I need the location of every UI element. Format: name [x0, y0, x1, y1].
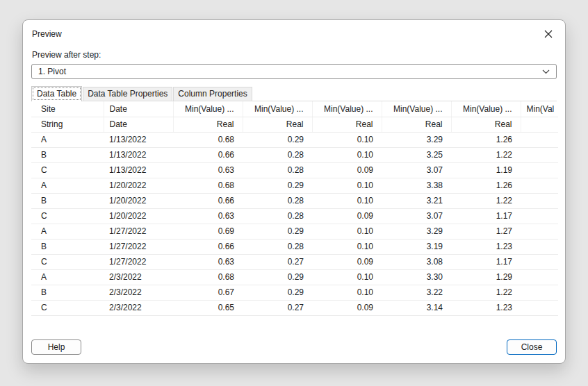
table-cell — [521, 224, 558, 239]
table-cell: 0.10 — [312, 285, 382, 300]
table-cell: 3.08 — [382, 254, 451, 269]
table-cell: 3.07 — [382, 162, 451, 178]
table-cell: 3.22 — [382, 285, 451, 300]
table-cell: 1.17 — [451, 254, 521, 269]
column-header: Min(Value) ... — [312, 101, 382, 117]
table-cell: 1.19 — [451, 162, 521, 178]
column-header: Site — [31, 101, 104, 117]
table-cell: 1/13/2022 — [104, 132, 173, 147]
table-cell: 0.28 — [243, 239, 312, 254]
table-cell: 0.29 — [243, 178, 312, 193]
preview-table: SiteDateMin(Value) ...Min(Value) ...Min(… — [31, 101, 558, 316]
table-cell: 0.65 — [173, 300, 243, 315]
table-cell: 0.28 — [243, 193, 312, 208]
table-row: B2/3/20220.670.290.103.221.22 — [31, 285, 558, 300]
table-cell — [521, 269, 558, 285]
table-cell: C — [31, 208, 104, 224]
close-button[interactable]: Close — [507, 339, 557, 355]
table-cell — [521, 162, 558, 178]
table-cell: 0.27 — [243, 300, 312, 315]
dialog-title: Preview — [32, 29, 62, 39]
table-cell: 1.23 — [451, 300, 521, 315]
dialog-content: Preview after step: 1. Pivot Data Table … — [23, 43, 565, 333]
column-type: Real — [451, 117, 521, 132]
table-cell: 1/27/2022 — [104, 254, 173, 269]
table-cell: 0.29 — [243, 132, 312, 147]
column-type: Real — [312, 117, 382, 132]
table-cell — [521, 147, 558, 162]
column-type: Real — [243, 117, 312, 132]
tab-strip: Data Table Data Table Properties Column … — [31, 86, 557, 101]
table-cell: 0.63 — [173, 162, 243, 178]
close-icon[interactable] — [538, 26, 559, 42]
column-header: Min(Value) ... — [451, 101, 521, 117]
column-header: Date — [104, 101, 173, 117]
table-cell: 0.27 — [243, 254, 312, 269]
help-button[interactable]: Help — [31, 339, 81, 355]
table-cell: B — [31, 285, 104, 300]
table-cell: A — [31, 132, 104, 147]
table-cell: 1/27/2022 — [104, 239, 173, 254]
table-cell: 0.66 — [173, 239, 243, 254]
table-cell: 0.66 — [173, 147, 243, 162]
table-cell: B — [31, 193, 104, 208]
dialog-titlebar: Preview — [23, 20, 565, 43]
table-cell: 1.22 — [451, 193, 521, 208]
table-cell: 3.19 — [382, 239, 451, 254]
step-dropdown[interactable]: 1. Pivot — [31, 64, 557, 79]
column-header: Min(Value) ... — [173, 101, 243, 117]
tab-data-table-properties[interactable]: Data Table Properties — [83, 87, 172, 101]
table-cell — [521, 300, 558, 315]
table-cell — [521, 239, 558, 254]
step-dropdown-value: 1. Pivot — [38, 67, 66, 76]
table-cell: 0.63 — [173, 254, 243, 269]
table-cell: 0.69 — [173, 224, 243, 239]
table-cell: 0.10 — [312, 132, 382, 147]
table-row: B1/27/20220.660.280.103.191.23 — [31, 239, 558, 254]
table-cell — [521, 285, 558, 300]
table-cell: 0.68 — [173, 269, 243, 285]
table-row: A2/3/20220.680.290.103.301.29 — [31, 269, 558, 285]
dialog-footer: Help Close — [23, 333, 565, 363]
table-cell: A — [31, 224, 104, 239]
table-cell: 0.10 — [312, 193, 382, 208]
tab-column-properties[interactable]: Column Properties — [173, 87, 252, 101]
table-cell — [521, 178, 558, 193]
table-cell: 0.10 — [312, 269, 382, 285]
table-cell: 0.28 — [243, 162, 312, 178]
table-row: C1/13/20220.630.280.093.071.19 — [31, 162, 558, 178]
table-cell: 3.30 — [382, 269, 451, 285]
table-row: StringDateRealRealRealRealReal — [31, 117, 558, 132]
table-cell: 0.10 — [312, 178, 382, 193]
table-row: C1/20/20220.630.280.093.071.17 — [31, 208, 558, 224]
table-cell: 1.22 — [451, 147, 521, 162]
table-cell: B — [31, 239, 104, 254]
table-cell — [521, 193, 558, 208]
column-header: Min(Value) ... — [243, 101, 312, 117]
preview-after-step-label: Preview after step: — [32, 50, 557, 60]
table-cell: 3.38 — [382, 178, 451, 193]
table-cell: B — [31, 147, 104, 162]
column-header: Min(Value) ... — [382, 101, 451, 117]
table-cell: C — [31, 254, 104, 269]
tab-data-table[interactable]: Data Table — [31, 86, 82, 101]
table-cell: 0.67 — [173, 285, 243, 300]
table-row: B1/13/20220.660.280.103.251.22 — [31, 147, 558, 162]
table-cell: 0.68 — [173, 178, 243, 193]
table-cell: 0.28 — [243, 208, 312, 224]
table-row: B1/20/20220.660.280.103.211.22 — [31, 193, 558, 208]
table-cell: A — [31, 269, 104, 285]
table-cell: 1.29 — [451, 269, 521, 285]
table-cell: 3.29 — [382, 224, 451, 239]
table-row: SiteDateMin(Value) ...Min(Value) ...Min(… — [31, 101, 558, 117]
column-type: String — [31, 117, 104, 132]
table-cell — [521, 208, 558, 224]
table-cell: 0.68 — [173, 132, 243, 147]
table-cell: 0.10 — [312, 239, 382, 254]
table-row: A1/20/20220.680.290.103.381.26 — [31, 178, 558, 193]
preview-dialog: Preview Preview after step: 1. Pivot Dat… — [22, 19, 566, 364]
table-cell — [521, 254, 558, 269]
table-cell: 3.29 — [382, 132, 451, 147]
table-cell: 1/27/2022 — [104, 224, 173, 239]
table-cell: 2/3/2022 — [104, 285, 173, 300]
